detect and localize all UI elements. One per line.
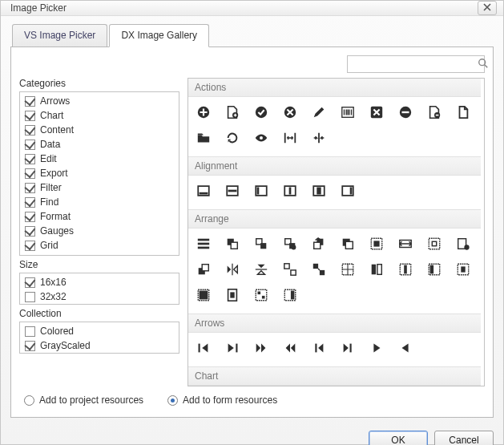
group-add-icon[interactable] [283, 237, 297, 251]
collection-list[interactable]: ColoredGrayScaled [19, 322, 179, 354]
category-item[interactable]: Gauges [22, 224, 177, 238]
close-button[interactable] [478, 1, 497, 15]
cancel-circle-icon[interactable] [283, 105, 297, 119]
checkbox-icon [25, 226, 35, 237]
gallery-group-header[interactable]: Arrange [188, 209, 481, 229]
svg-rect-34 [314, 242, 321, 249]
svg-rect-29 [260, 243, 266, 249]
edit-pencil-icon[interactable] [312, 105, 326, 119]
cancel-button[interactable]: Cancel [434, 431, 494, 445]
search-input[interactable] [348, 56, 478, 72]
gallery-icon-grid [188, 333, 481, 366]
frame-grid-icon[interactable] [341, 262, 355, 277]
checkbox-icon [25, 326, 35, 337]
svg-rect-64 [258, 292, 261, 295]
group-objects-icon[interactable] [254, 237, 268, 251]
new-file-icon[interactable] [456, 105, 470, 119]
frame-column-icon[interactable] [398, 262, 413, 277]
barcode-icon[interactable] [341, 105, 355, 119]
search-icon[interactable] [478, 58, 489, 71]
collection-item[interactable]: GrayScaled [22, 338, 177, 353]
play-icon[interactable] [369, 341, 384, 355]
bring-forward-icon[interactable] [312, 237, 326, 251]
next-end-icon[interactable] [341, 341, 355, 355]
object-note-icon[interactable] [456, 237, 470, 251]
refresh-icon[interactable] [225, 131, 240, 145]
mirror-h-icon[interactable] [225, 262, 240, 277]
close-icon [483, 2, 491, 14]
align-left-icon[interactable] [254, 184, 268, 198]
layer-split-icon[interactable] [312, 262, 326, 277]
category-item[interactable]: Help [22, 253, 177, 256]
ok-button[interactable]: OK [369, 431, 428, 445]
frame-fill-icon[interactable] [196, 288, 211, 302]
align-bottom-icon[interactable] [196, 184, 211, 198]
gallery-group-header[interactable]: Alignment [188, 156, 481, 176]
back-icon[interactable] [398, 341, 413, 355]
category-item[interactable]: Content [22, 123, 177, 137]
send-back-icon[interactable] [196, 262, 211, 277]
category-item[interactable]: Data [22, 137, 177, 152]
align-middle-icon[interactable] [312, 184, 326, 198]
checkbox-icon [25, 255, 35, 257]
align-center-h-icon[interactable] [225, 184, 240, 198]
layer-stack-icon[interactable] [341, 237, 355, 251]
category-item[interactable]: Format [22, 209, 177, 224]
bring-front-icon[interactable] [225, 237, 240, 251]
remove-circle-icon[interactable] [398, 105, 413, 119]
radio-add-to-form[interactable]: Add to form resources [167, 394, 277, 406]
frame-center-icon[interactable] [456, 262, 470, 277]
align-center-v-icon[interactable] [283, 184, 297, 198]
add-circle-icon[interactable] [196, 105, 211, 119]
category-item[interactable]: Find [22, 195, 177, 209]
size-item[interactable]: 32x32 [22, 289, 177, 304]
last-icon[interactable] [225, 341, 240, 355]
mirror-v-icon[interactable] [254, 262, 268, 277]
radio-add-to-project[interactable]: Add to project resources [24, 394, 143, 406]
rewind-icon[interactable] [283, 341, 297, 355]
category-item[interactable]: Arrows [22, 94, 177, 108]
frame-select-icon[interactable] [369, 237, 384, 251]
category-label: Edit [40, 152, 57, 165]
ungroup-icon[interactable] [283, 262, 297, 277]
first-icon[interactable] [196, 341, 211, 355]
categories-list[interactable]: ArrowsChartContentDataEditExportFilterFi… [19, 91, 179, 256]
gallery-group-header[interactable]: Actions [188, 79, 481, 97]
align-right-icon[interactable] [341, 184, 355, 198]
svg-rect-36 [345, 241, 353, 249]
compress-horiz-icon[interactable] [312, 131, 326, 145]
prev-end-icon[interactable] [312, 341, 326, 355]
frame-right-icon[interactable] [283, 288, 297, 302]
category-item[interactable]: Filter [22, 180, 177, 195]
arrange-rows-icon[interactable] [196, 237, 211, 251]
fast-forward-icon[interactable] [254, 341, 268, 355]
check-circle-icon[interactable] [254, 105, 268, 119]
stretch-horiz-icon[interactable] [283, 131, 297, 145]
cancel-square-icon[interactable] [369, 105, 384, 119]
category-item[interactable]: Grid [22, 238, 177, 253]
gallery-group-header[interactable]: Arrows [188, 314, 481, 333]
checkbox-icon [25, 168, 35, 179]
fit-width-icon[interactable] [398, 237, 413, 251]
size-list[interactable]: 16x1632x32 [19, 273, 179, 305]
button-label: Cancel [449, 435, 478, 445]
tab-dx-image-gallery[interactable]: DX Image Gallery [109, 24, 209, 47]
frame-left-icon[interactable] [427, 262, 442, 277]
grid-frame-icon[interactable] [254, 288, 268, 302]
size-item[interactable]: 16x16 [22, 275, 177, 289]
gallery[interactable]: ActionsAlignmentArrangeArrowsChart [187, 78, 485, 386]
columns-icon[interactable] [369, 262, 384, 277]
tab-vs-image-picker[interactable]: VS Image Picker [12, 24, 107, 47]
category-item[interactable]: Chart [22, 108, 177, 123]
collection-item[interactable]: Colored [22, 324, 177, 338]
category-item[interactable]: Export [22, 166, 177, 180]
collection-label: GrayScaled [40, 339, 91, 352]
frame-object-icon[interactable] [427, 237, 442, 251]
show-eye-icon[interactable] [254, 131, 268, 145]
gallery-group-header[interactable]: Chart [188, 366, 481, 386]
open-folder-icon[interactable] [196, 131, 211, 145]
page-object-icon[interactable] [225, 288, 240, 302]
add-file-icon[interactable] [225, 105, 240, 119]
remove-file-icon[interactable] [427, 105, 442, 119]
category-item[interactable]: Edit [22, 152, 177, 166]
